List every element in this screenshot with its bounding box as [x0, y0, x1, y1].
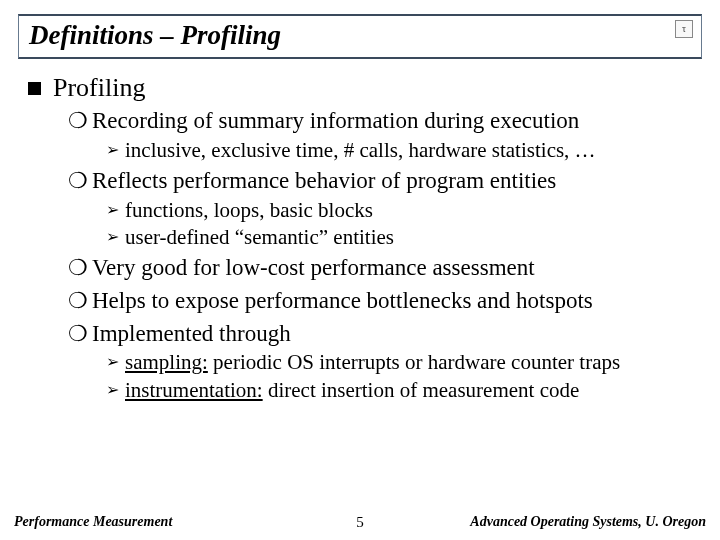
item-text: Implemented through: [92, 320, 291, 349]
circle-bullet-icon: ❍: [68, 254, 82, 282]
list-item: Profiling: [28, 73, 692, 103]
footer-right: Advanced Operating Systems, U. Oregon: [470, 514, 706, 530]
subitem-text: user-defined “semantic” entities: [125, 225, 394, 250]
item-text: Helps to expose performance bottlenecks …: [92, 287, 593, 316]
underlined-term: instrumentation:: [125, 378, 263, 402]
item-text: Very good for low-cost performance asses…: [92, 254, 535, 283]
slide-content: Profiling ❍ Recording of summary informa…: [0, 59, 720, 403]
footer-left: Performance Measurement: [14, 514, 172, 530]
slide-title: Definitions – Profiling: [29, 20, 281, 50]
square-bullet-icon: [28, 82, 41, 95]
arrow-bullet-icon: ➢: [106, 350, 119, 374]
list-item: ➢ instrumentation: direct insertion of m…: [106, 378, 692, 403]
list-item: ➢ inclusive, exclusive time, # calls, ha…: [106, 138, 692, 163]
circle-bullet-icon: ❍: [68, 287, 82, 315]
list-item: ➢ user-defined “semantic” entities: [106, 225, 692, 250]
arrow-bullet-icon: ➢: [106, 378, 119, 402]
subitem-rest: direct insertion of measurement code: [263, 378, 580, 402]
list-item: ❍ Reflects performance behavior of progr…: [68, 167, 692, 196]
heading-text: Profiling: [53, 73, 145, 103]
subitem-rest: periodic OS interrupts or hardware count…: [208, 350, 620, 374]
footer: Performance Measurement 5 Advanced Opera…: [0, 514, 720, 530]
list-item: ➢ functions, loops, basic blocks: [106, 198, 692, 223]
slide-number: 5: [356, 514, 364, 531]
list-item: ➢ sampling: periodic OS interrupts or ha…: [106, 350, 692, 375]
list-item: ❍ Recording of summary information durin…: [68, 107, 692, 136]
circle-bullet-icon: ❍: [68, 320, 82, 348]
subitem-text: functions, loops, basic blocks: [125, 198, 373, 223]
arrow-bullet-icon: ➢: [106, 138, 119, 162]
tau-logo-icon: τ: [675, 20, 693, 38]
circle-bullet-icon: ❍: [68, 107, 82, 135]
item-text: Recording of summary information during …: [92, 107, 579, 136]
item-text: Reflects performance behavior of program…: [92, 167, 556, 196]
list-item: ❍ Helps to expose performance bottleneck…: [68, 287, 692, 316]
arrow-bullet-icon: ➢: [106, 225, 119, 249]
title-bar: Definitions – Profiling τ: [18, 14, 702, 59]
subitem-text: instrumentation: direct insertion of mea…: [125, 378, 579, 403]
subitem-text: sampling: periodic OS interrupts or hard…: [125, 350, 620, 375]
circle-bullet-icon: ❍: [68, 167, 82, 195]
subitem-text: inclusive, exclusive time, # calls, hard…: [125, 138, 596, 163]
list-item: ❍ Very good for low-cost performance ass…: [68, 254, 692, 283]
arrow-bullet-icon: ➢: [106, 198, 119, 222]
underlined-term: sampling:: [125, 350, 208, 374]
list-item: ❍ Implemented through: [68, 320, 692, 349]
